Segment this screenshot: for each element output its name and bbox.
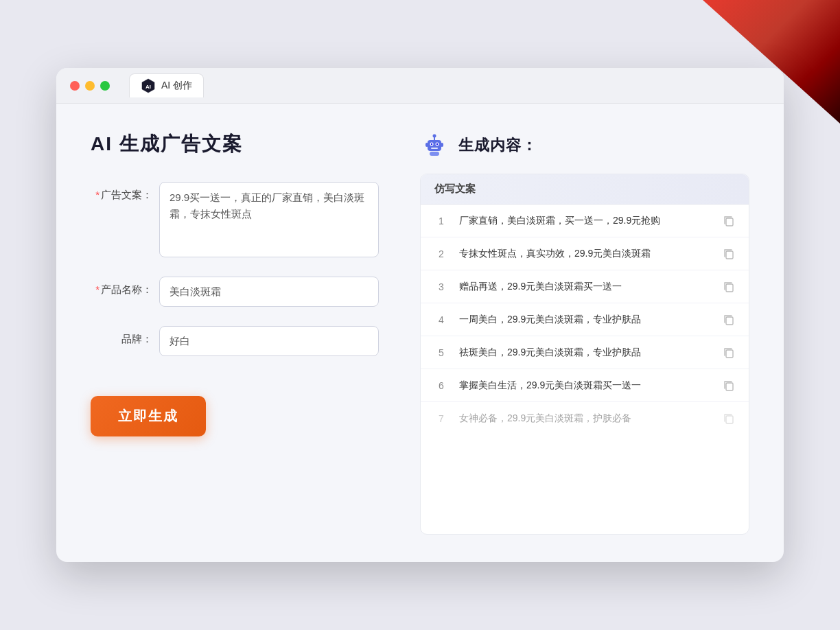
generate-button[interactable]: 立即生成 [91,396,206,436]
right-panel: 生成内容： 仿写文案 1 厂家直销，美白淡斑霜，买一送一，29.9元抢购 2 专… [420,131,749,535]
ad-copy-label: *广告文案： [91,182,152,202]
required-star-ad: * [95,189,100,200]
result-header: 生成内容： [420,131,749,160]
ai-tab[interactable]: AI AI 创作 [129,73,204,97]
svg-rect-15 [726,284,733,292]
maximize-button[interactable] [100,81,110,91]
brand-input[interactable]: 好白 [159,326,379,356]
robot-icon [420,131,449,160]
ad-copy-group: *广告文案： 29.9买一送一，真正的厂家直销，美白淡斑霜，专抹女性斑点 [91,182,379,257]
product-name-group: *产品名称： 美白淡斑霜 [91,277,379,307]
row-text: 专抹女性斑点，真实功效，29.9元美白淡斑霜 [459,246,712,261]
left-panel: AI 生成广告文案 *广告文案： 29.9买一送一，真正的厂家直销，美白淡斑霜，… [91,131,379,535]
required-star-product: * [95,283,100,295]
row-text: 祛斑美白，29.9元美白淡斑霜，专业护肤品 [459,345,712,360]
svg-rect-10 [430,152,439,156]
svg-point-7 [431,143,432,145]
copy-icon[interactable] [723,347,735,359]
svg-point-8 [436,143,438,145]
table-row[interactable]: 4 一周美白，29.9元美白淡斑霜，专业护肤品 [421,303,749,336]
copy-icon[interactable] [723,281,735,293]
browser-window: AI AI 创作 AI 生成广告文案 *广告文案： 29.9买一送一，真正的厂家… [56,68,784,562]
minimize-button[interactable] [85,81,95,91]
ai-hexagon-icon: AI [141,78,156,93]
result-rows-container: 1 厂家直销，美白淡斑霜，买一送一，29.9元抢购 2 专抹女性斑点，真实功效，… [421,205,749,434]
main-content: AI 生成广告文案 *广告文案： 29.9买一送一，真正的厂家直销，美白淡斑霜，… [56,104,784,562]
tab-label: AI 创作 [161,80,192,92]
row-text: 女神必备，29.9元美白淡斑霜，护肤必备 [459,411,712,425]
table-header: 仿写文案 [421,174,749,205]
table-row[interactable]: 2 专抹女性斑点，真实功效，29.9元美白淡斑霜 [421,237,749,270]
ad-copy-input[interactable]: 29.9买一送一，真正的厂家直销，美白淡斑霜，专抹女性斑点 [159,182,379,257]
row-number: 7 [434,413,448,424]
product-name-label: *产品名称： [91,277,152,296]
svg-rect-11 [425,143,428,147]
brand-group: 品牌： 好白 [91,326,379,356]
table-row[interactable]: 1 厂家直销，美白淡斑霜，买一送一，29.9元抢购 [421,205,749,237]
table-row[interactable]: 6 掌握美白生活，29.9元美白淡斑霜买一送一 [421,369,749,402]
copy-icon[interactable] [723,215,735,227]
copy-icon[interactable] [723,314,735,326]
row-text: 厂家直销，美白淡斑霜，买一送一，29.9元抢购 [459,213,712,228]
svg-rect-16 [726,317,733,325]
product-name-input[interactable]: 美白淡斑霜 [159,277,379,307]
table-row[interactable]: 5 祛斑美白，29.9元美白淡斑霜，专业护肤品 [421,336,749,369]
brand-label: 品牌： [91,326,152,346]
svg-rect-12 [441,143,443,147]
row-number: 1 [434,215,448,226]
svg-rect-17 [726,350,733,358]
row-number: 5 [434,347,448,358]
row-number: 2 [434,248,448,259]
row-text: 一周美白，29.9元美白淡斑霜，专业护肤品 [459,312,712,327]
svg-rect-18 [726,383,733,390]
svg-rect-14 [726,251,733,259]
copy-icon[interactable] [723,248,735,260]
svg-rect-19 [726,416,733,423]
close-button[interactable] [70,81,80,91]
page-title: AI 生成广告文案 [91,131,379,157]
table-row[interactable]: 7 女神必备，29.9元美白淡斑霜，护肤必备 [421,402,749,434]
copy-icon[interactable] [723,412,735,425]
row-number: 6 [434,380,448,391]
row-number: 3 [434,281,448,292]
row-number: 4 [434,314,448,325]
table-row[interactable]: 3 赠品再送，29.9元美白淡斑霜买一送一 [421,270,749,303]
svg-text:AI: AI [145,84,151,90]
svg-point-4 [433,135,436,138]
copy-icon[interactable] [723,380,735,392]
row-text: 掌握美白生活，29.9元美白淡斑霜买一送一 [459,378,712,393]
svg-rect-13 [726,218,733,226]
window-controls [70,81,110,91]
row-text: 赠品再送，29.9元美白淡斑霜买一送一 [459,279,712,294]
title-bar: AI AI 创作 [56,68,784,104]
result-title: 生成内容： [458,135,537,156]
svg-rect-2 [428,140,441,151]
result-table: 仿写文案 1 厂家直销，美白淡斑霜，买一送一，29.9元抢购 2 专抹女性斑点，… [420,174,749,535]
svg-rect-9 [431,148,438,149]
